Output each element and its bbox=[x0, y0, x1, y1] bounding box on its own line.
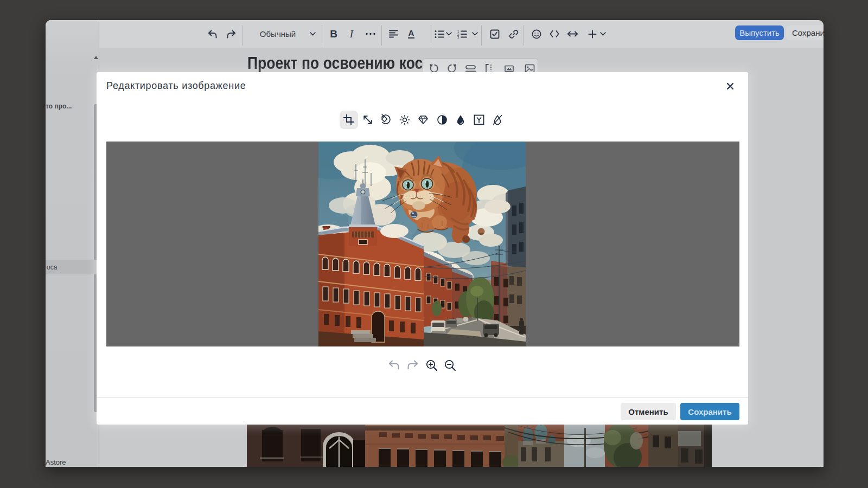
svg-text:A: A bbox=[409, 29, 414, 37]
svg-text:3: 3 bbox=[457, 36, 459, 38]
